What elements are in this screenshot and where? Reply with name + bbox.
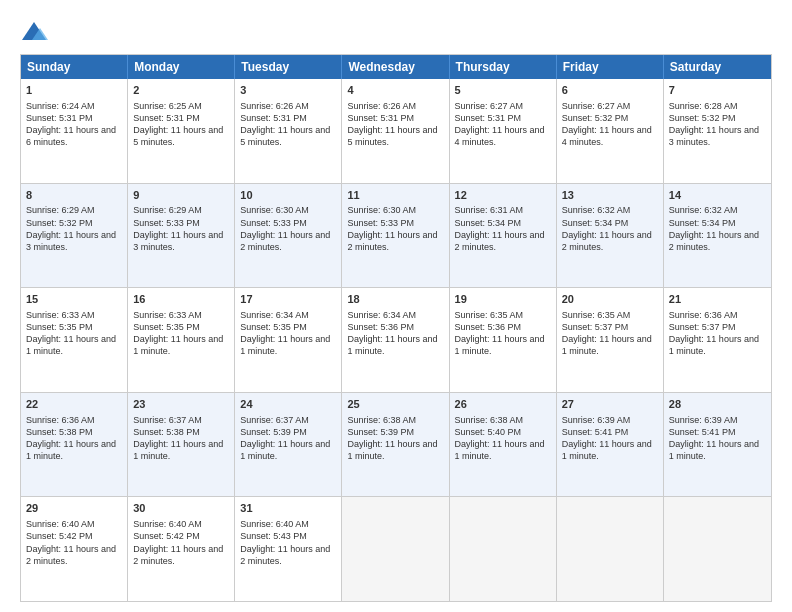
daylight-text: Daylight: 11 hours and 2 minutes. <box>240 544 330 566</box>
day-cell-23: 23Sunrise: 6:37 AMSunset: 5:38 PMDayligh… <box>128 393 235 497</box>
daylight-text: Daylight: 11 hours and 1 minute. <box>133 439 223 461</box>
day-number: 13 <box>562 188 658 203</box>
header-day-thursday: Thursday <box>450 55 557 79</box>
sunset-text: Sunset: 5:33 PM <box>133 218 200 228</box>
day-cell-5: 5Sunrise: 6:27 AMSunset: 5:31 PMDaylight… <box>450 79 557 183</box>
day-number: 11 <box>347 188 443 203</box>
day-number: 22 <box>26 397 122 412</box>
daylight-text: Daylight: 11 hours and 3 minutes. <box>26 230 116 252</box>
day-cell-6: 6Sunrise: 6:27 AMSunset: 5:32 PMDaylight… <box>557 79 664 183</box>
daylight-text: Daylight: 11 hours and 1 minute. <box>26 334 116 356</box>
sunset-text: Sunset: 5:38 PM <box>133 427 200 437</box>
header-day-saturday: Saturday <box>664 55 771 79</box>
sunrise-text: Sunrise: 6:40 AM <box>240 519 309 529</box>
day-number: 25 <box>347 397 443 412</box>
daylight-text: Daylight: 11 hours and 5 minutes. <box>133 125 223 147</box>
day-number: 9 <box>133 188 229 203</box>
sunrise-text: Sunrise: 6:34 AM <box>240 310 309 320</box>
daylight-text: Daylight: 11 hours and 2 minutes. <box>26 544 116 566</box>
day-number: 21 <box>669 292 766 307</box>
sunset-text: Sunset: 5:43 PM <box>240 531 307 541</box>
day-cell-3: 3Sunrise: 6:26 AMSunset: 5:31 PMDaylight… <box>235 79 342 183</box>
day-cell-16: 16Sunrise: 6:33 AMSunset: 5:35 PMDayligh… <box>128 288 235 392</box>
day-cell-30: 30Sunrise: 6:40 AMSunset: 5:42 PMDayligh… <box>128 497 235 601</box>
day-cell-15: 15Sunrise: 6:33 AMSunset: 5:35 PMDayligh… <box>21 288 128 392</box>
daylight-text: Daylight: 11 hours and 1 minute. <box>669 439 759 461</box>
empty-cell <box>450 497 557 601</box>
daylight-text: Daylight: 11 hours and 2 minutes. <box>562 230 652 252</box>
day-number: 27 <box>562 397 658 412</box>
daylight-text: Daylight: 11 hours and 4 minutes. <box>562 125 652 147</box>
day-number: 7 <box>669 83 766 98</box>
sunrise-text: Sunrise: 6:30 AM <box>347 205 416 215</box>
day-cell-8: 8Sunrise: 6:29 AMSunset: 5:32 PMDaylight… <box>21 184 128 288</box>
sunrise-text: Sunrise: 6:38 AM <box>347 415 416 425</box>
sunrise-text: Sunrise: 6:40 AM <box>26 519 95 529</box>
daylight-text: Daylight: 11 hours and 1 minute. <box>562 439 652 461</box>
sunrise-text: Sunrise: 6:36 AM <box>669 310 738 320</box>
daylight-text: Daylight: 11 hours and 2 minutes. <box>133 544 223 566</box>
logo-icon <box>20 18 48 46</box>
daylight-text: Daylight: 11 hours and 3 minutes. <box>133 230 223 252</box>
day-number: 14 <box>669 188 766 203</box>
sunrise-text: Sunrise: 6:36 AM <box>26 415 95 425</box>
sunset-text: Sunset: 5:35 PM <box>26 322 93 332</box>
day-cell-17: 17Sunrise: 6:34 AMSunset: 5:35 PMDayligh… <box>235 288 342 392</box>
sunrise-text: Sunrise: 6:31 AM <box>455 205 524 215</box>
daylight-text: Daylight: 11 hours and 1 minute. <box>455 439 545 461</box>
sunset-text: Sunset: 5:32 PM <box>26 218 93 228</box>
sunset-text: Sunset: 5:31 PM <box>455 113 522 123</box>
daylight-text: Daylight: 11 hours and 3 minutes. <box>669 125 759 147</box>
daylight-text: Daylight: 11 hours and 1 minute. <box>26 439 116 461</box>
sunset-text: Sunset: 5:34 PM <box>669 218 736 228</box>
sunset-text: Sunset: 5:34 PM <box>562 218 629 228</box>
sunrise-text: Sunrise: 6:26 AM <box>347 101 416 111</box>
sunset-text: Sunset: 5:31 PM <box>133 113 200 123</box>
day-number: 28 <box>669 397 766 412</box>
sunrise-text: Sunrise: 6:35 AM <box>455 310 524 320</box>
day-cell-31: 31Sunrise: 6:40 AMSunset: 5:43 PMDayligh… <box>235 497 342 601</box>
day-cell-11: 11Sunrise: 6:30 AMSunset: 5:33 PMDayligh… <box>342 184 449 288</box>
sunrise-text: Sunrise: 6:25 AM <box>133 101 202 111</box>
day-number: 17 <box>240 292 336 307</box>
header-day-sunday: Sunday <box>21 55 128 79</box>
day-cell-26: 26Sunrise: 6:38 AMSunset: 5:40 PMDayligh… <box>450 393 557 497</box>
day-number: 15 <box>26 292 122 307</box>
day-cell-14: 14Sunrise: 6:32 AMSunset: 5:34 PMDayligh… <box>664 184 771 288</box>
day-number: 30 <box>133 501 229 516</box>
calendar-week-2: 8Sunrise: 6:29 AMSunset: 5:32 PMDaylight… <box>21 183 771 288</box>
page: SundayMondayTuesdayWednesdayThursdayFrid… <box>0 0 792 612</box>
day-number: 6 <box>562 83 658 98</box>
daylight-text: Daylight: 11 hours and 5 minutes. <box>347 125 437 147</box>
sunset-text: Sunset: 5:35 PM <box>133 322 200 332</box>
sunset-text: Sunset: 5:37 PM <box>562 322 629 332</box>
day-number: 8 <box>26 188 122 203</box>
daylight-text: Daylight: 11 hours and 1 minute. <box>455 334 545 356</box>
day-number: 3 <box>240 83 336 98</box>
header-day-wednesday: Wednesday <box>342 55 449 79</box>
day-cell-7: 7Sunrise: 6:28 AMSunset: 5:32 PMDaylight… <box>664 79 771 183</box>
daylight-text: Daylight: 11 hours and 1 minute. <box>669 334 759 356</box>
sunset-text: Sunset: 5:37 PM <box>669 322 736 332</box>
sunrise-text: Sunrise: 6:35 AM <box>562 310 631 320</box>
header-day-tuesday: Tuesday <box>235 55 342 79</box>
sunrise-text: Sunrise: 6:32 AM <box>669 205 738 215</box>
calendar-week-3: 15Sunrise: 6:33 AMSunset: 5:35 PMDayligh… <box>21 287 771 392</box>
day-number: 24 <box>240 397 336 412</box>
day-number: 4 <box>347 83 443 98</box>
sunset-text: Sunset: 5:36 PM <box>347 322 414 332</box>
day-number: 26 <box>455 397 551 412</box>
daylight-text: Daylight: 11 hours and 2 minutes. <box>240 230 330 252</box>
header <box>20 18 772 46</box>
sunrise-text: Sunrise: 6:40 AM <box>133 519 202 529</box>
sunrise-text: Sunrise: 6:28 AM <box>669 101 738 111</box>
sunrise-text: Sunrise: 6:33 AM <box>26 310 95 320</box>
day-number: 18 <box>347 292 443 307</box>
day-cell-28: 28Sunrise: 6:39 AMSunset: 5:41 PMDayligh… <box>664 393 771 497</box>
day-number: 20 <box>562 292 658 307</box>
day-cell-25: 25Sunrise: 6:38 AMSunset: 5:39 PMDayligh… <box>342 393 449 497</box>
daylight-text: Daylight: 11 hours and 2 minutes. <box>347 230 437 252</box>
sunrise-text: Sunrise: 6:26 AM <box>240 101 309 111</box>
sunset-text: Sunset: 5:36 PM <box>455 322 522 332</box>
day-cell-20: 20Sunrise: 6:35 AMSunset: 5:37 PMDayligh… <box>557 288 664 392</box>
